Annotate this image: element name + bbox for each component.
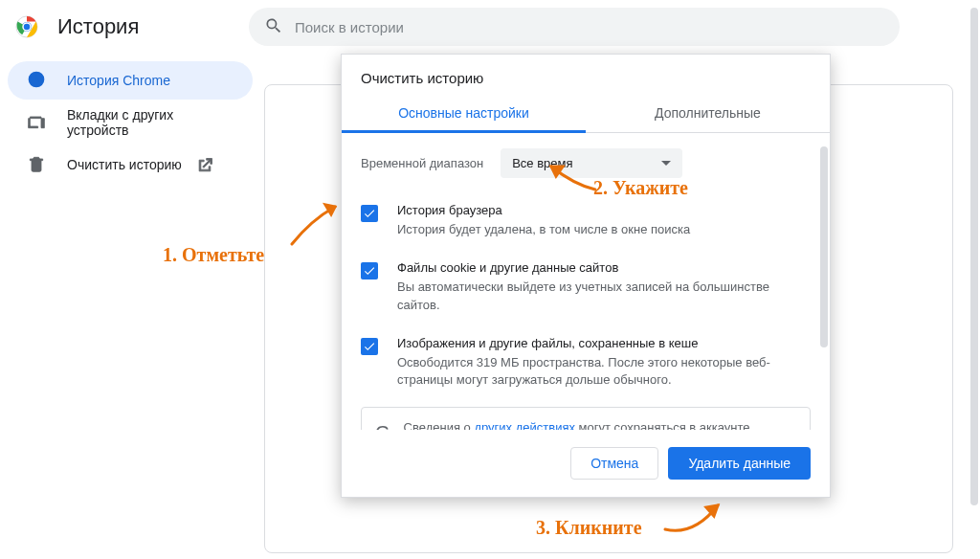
chevron-down-icon: [661, 161, 671, 166]
google-info-text: Сведения о других действиях могут сохран…: [404, 419, 796, 430]
clear-history-dialog: Очистить историю Основные настройки Допо…: [341, 54, 831, 498]
checkbox-cached-images[interactable]: [361, 338, 378, 355]
check-title: Файлы cookie и другие данные сайтов: [397, 260, 811, 275]
check-desc: Освободится 319 МБ пространства. После э…: [397, 354, 811, 391]
tab-basic[interactable]: Основные настройки: [342, 94, 586, 132]
time-range-select[interactable]: Все время: [501, 148, 682, 178]
page-scrollbar[interactable]: [970, 8, 978, 551]
check-row-cached-images[interactable]: Изображения и другие файлы, сохраненные …: [361, 328, 811, 404]
scrollbar-thumb[interactable]: [820, 146, 828, 347]
dialog-body: Временной диапазон Все время История бра…: [342, 133, 830, 430]
dialog-actions: Отмена Удалить данные: [342, 430, 830, 497]
trash-icon: [27, 154, 67, 176]
page-title: История: [57, 14, 249, 39]
dialog-tabs: Основные настройки Дополнительные: [342, 94, 830, 133]
dialog-scrollbar[interactable]: [820, 146, 828, 424]
sidebar: История Chrome Вкладки с других устройст…: [8, 61, 253, 188]
search-icon: [264, 16, 295, 38]
chrome-logo-icon: [15, 15, 38, 38]
svg-point-2: [23, 23, 31, 31]
sidebar-item-tabs-devices[interactable]: Вкладки с других устройств: [8, 103, 253, 142]
check-desc: Вы автоматически выйдете из учетных запи…: [397, 279, 811, 315]
sidebar-item-label: Очистить историю: [67, 157, 182, 172]
cancel-button[interactable]: Отмена: [570, 447, 658, 480]
check-title: Изображения и другие файлы, сохраненные …: [397, 336, 811, 350]
header: История: [0, 0, 980, 54]
check-desc: История будет удалена, в том числе в окн…: [397, 221, 690, 239]
time-range-row: Временной диапазон Все время: [361, 148, 811, 178]
check-row-browsing-history[interactable]: История браузера История будет удалена, …: [361, 195, 811, 253]
dialog-title: Очистить историю: [342, 55, 830, 94]
sidebar-item-history[interactable]: История Chrome: [8, 61, 253, 100]
sidebar-item-label: Вкладки с других устройств: [67, 107, 234, 138]
external-link-icon: [195, 156, 212, 173]
other-activity-link[interactable]: других действиях: [474, 420, 575, 430]
sidebar-item-clear-history[interactable]: Очистить историю: [8, 145, 253, 184]
google-g-icon: G: [375, 419, 390, 430]
annotation-step1: 1. Отметьте: [163, 244, 264, 266]
checkbox-cookies[interactable]: [361, 262, 378, 280]
checkbox-browsing-history[interactable]: [361, 205, 378, 222]
time-range-label: Временной диапазон: [361, 156, 483, 170]
page-scrollbar-thumb[interactable]: [970, 8, 978, 505]
search-box[interactable]: [249, 8, 900, 46]
time-range-value: Все время: [512, 156, 572, 170]
search-input[interactable]: [295, 19, 884, 35]
check-row-cookies[interactable]: Файлы cookie и другие данные сайтов Вы а…: [361, 253, 811, 328]
tab-advanced[interactable]: Дополнительные: [586, 94, 830, 132]
google-info-box: G Сведения о других действиях могут сохр…: [361, 407, 811, 430]
devices-icon: [27, 112, 67, 134]
check-title: История браузера: [397, 203, 690, 217]
clock-icon: [27, 70, 67, 92]
sidebar-item-label: История Chrome: [67, 73, 170, 88]
confirm-delete-button[interactable]: Удалить данные: [668, 447, 811, 480]
